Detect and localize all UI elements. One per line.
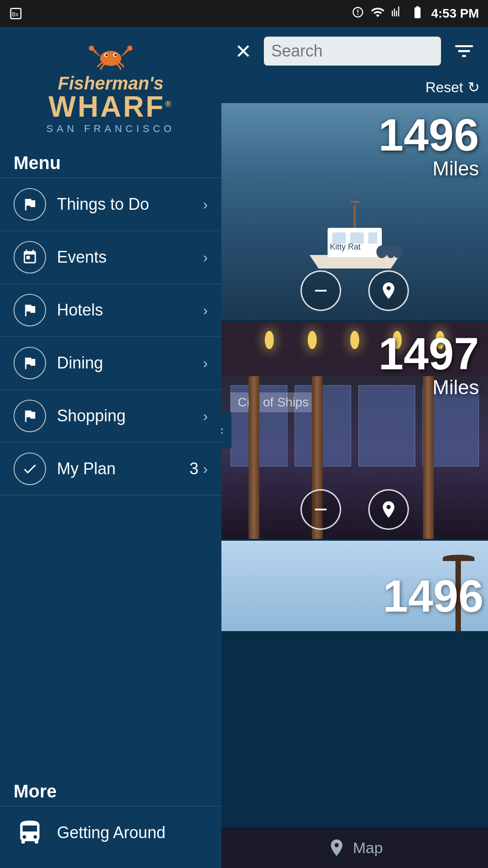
map-bar-label: Map xyxy=(353,839,383,857)
reset-icon[interactable]: ↻ xyxy=(468,79,480,96)
sidebar-item-getting-around[interactable]: Getting Around xyxy=(0,806,221,859)
flag-icon xyxy=(22,408,38,424)
reset-row: Reset ↻ xyxy=(221,75,488,103)
logo-brand-sub: SAN FRANCISCO xyxy=(47,123,175,135)
status-bar-left: Bx xyxy=(9,7,23,20)
my-plan-label: My Plan xyxy=(57,459,189,478)
card-2: City of Ships 1497 Miles xyxy=(221,322,488,539)
getting-around-label: Getting Around xyxy=(57,823,208,842)
logo-container: Fisherman's WHARF® SAN FRANCISCO xyxy=(47,41,175,135)
chevron-right-icon: › xyxy=(203,355,208,372)
boat-svg: Kitty Rat xyxy=(291,192,418,282)
sidebar: Fisherman's WHARF® SAN FRANCISCO Menu Th… xyxy=(0,27,221,868)
search-input[interactable] xyxy=(271,42,434,61)
close-button[interactable]: ✕ xyxy=(230,38,257,65)
card-1: Kitty Rat 1496 Miles xyxy=(221,103,488,320)
card-1-location-button[interactable] xyxy=(368,270,409,311)
flag-icon xyxy=(22,355,38,371)
card-3: 1496 xyxy=(221,541,488,631)
card-1-remove-button[interactable] xyxy=(300,270,341,311)
card-1-miles-label: Miles xyxy=(379,157,479,180)
location-pin-icon xyxy=(379,281,399,301)
chevron-right-icon: › xyxy=(203,408,208,425)
sidebar-item-shopping[interactable]: Shopping › xyxy=(0,389,221,442)
crab-icon xyxy=(88,41,133,72)
card-2-miles-number: 1497 xyxy=(379,328,479,379)
wifi-icon xyxy=(371,5,385,23)
status-bar-right: 4:53 PM xyxy=(352,5,479,23)
svg-point-7 xyxy=(105,54,108,56)
chevron-right-icon: › xyxy=(203,302,208,319)
more-section-label: More xyxy=(0,770,221,806)
chevron-right-icon: › xyxy=(203,249,208,266)
my-plan-badge: 3 xyxy=(189,459,198,478)
card-2-actions xyxy=(221,489,488,530)
status-bar: Bx 4:53 PM xyxy=(0,0,488,27)
svg-point-8 xyxy=(114,54,117,56)
card-2-miles-overlay: 1497 Miles xyxy=(379,331,479,399)
svg-rect-14 xyxy=(350,201,359,203)
museum-text: City of Ships xyxy=(230,392,316,412)
card-2-location-button[interactable] xyxy=(368,489,409,530)
hotels-label: Hotels xyxy=(57,301,203,320)
shopping-label: Shopping xyxy=(57,406,203,425)
bus-svg xyxy=(15,818,44,847)
events-icon-circle xyxy=(14,241,46,274)
nfc-icon xyxy=(352,6,364,22)
shopping-icon-circle xyxy=(14,400,46,432)
main-layout: Fisherman's WHARF® SAN FRANCISCO Menu Th… xyxy=(0,27,488,868)
svg-rect-12 xyxy=(368,232,377,244)
svg-point-18 xyxy=(393,245,402,258)
card-1-actions xyxy=(221,270,488,311)
collapse-handle[interactable]: ‹ xyxy=(221,412,231,448)
sidebar-item-things-to-do[interactable]: Things to Do › xyxy=(0,178,221,231)
bus-icon xyxy=(14,816,46,849)
flag-icon xyxy=(22,302,38,318)
svg-point-2 xyxy=(100,51,122,66)
svg-point-3 xyxy=(89,46,94,51)
chevron-right-icon: › xyxy=(203,461,208,477)
sidebar-item-dining[interactable]: Dining › xyxy=(0,336,221,389)
cards-list: Kitty Rat 1496 Miles xyxy=(221,103,488,868)
svg-text:Bx: Bx xyxy=(12,11,19,18)
check-icon xyxy=(22,461,38,477)
card-2-miles-label: Miles xyxy=(379,376,479,399)
svg-point-16 xyxy=(376,245,387,258)
map-bar[interactable]: Map xyxy=(221,827,488,868)
events-label: Events xyxy=(57,248,203,267)
card-3-miles-partial: 1496 xyxy=(383,570,483,622)
app-icon: Bx xyxy=(9,7,23,20)
filter-button[interactable] xyxy=(448,35,480,67)
card-1-miles-number: 1496 xyxy=(379,109,479,160)
sidebar-item-events[interactable]: Events › xyxy=(0,231,221,283)
calendar-icon xyxy=(22,249,38,265)
time-display: 4:53 PM xyxy=(431,6,479,21)
chevron-right-icon: › xyxy=(203,196,208,213)
my-plan-icon-circle xyxy=(14,453,46,485)
svg-point-4 xyxy=(127,46,133,51)
signal-icon xyxy=(391,6,404,22)
map-icon xyxy=(327,838,347,858)
card-2-remove-button[interactable] xyxy=(300,489,341,530)
minus-icon xyxy=(311,500,331,519)
location-pin-icon xyxy=(379,500,399,519)
dining-label: Dining xyxy=(57,354,203,373)
logo-brand-top: Fisherman's xyxy=(47,74,175,92)
flag-icon xyxy=(22,196,38,212)
street-lamp-top xyxy=(443,555,474,561)
reset-label[interactable]: Reset xyxy=(425,79,463,96)
search-header: ✕ xyxy=(221,27,488,75)
things-to-do-label: Things to Do xyxy=(57,195,203,214)
logo-brand-main: WHARF® xyxy=(47,92,175,121)
battery-icon xyxy=(410,5,425,23)
minus-icon xyxy=(311,281,331,301)
filter-icon xyxy=(452,39,476,63)
logo-area: Fisherman's WHARF® SAN FRANCISCO xyxy=(0,27,221,144)
sidebar-item-hotels[interactable]: Hotels › xyxy=(0,283,221,336)
things-to-do-icon-circle xyxy=(14,188,46,221)
card-1-miles-overlay: 1496 Miles xyxy=(379,112,479,180)
svg-text:Kitty Rat: Kitty Rat xyxy=(330,242,361,251)
menu-items-list: Things to Do › Events › Hotels › xyxy=(0,178,221,770)
right-panel: ✕ Reset ↻ xyxy=(221,27,488,868)
sidebar-item-my-plan[interactable]: My Plan 3 › xyxy=(0,442,221,495)
